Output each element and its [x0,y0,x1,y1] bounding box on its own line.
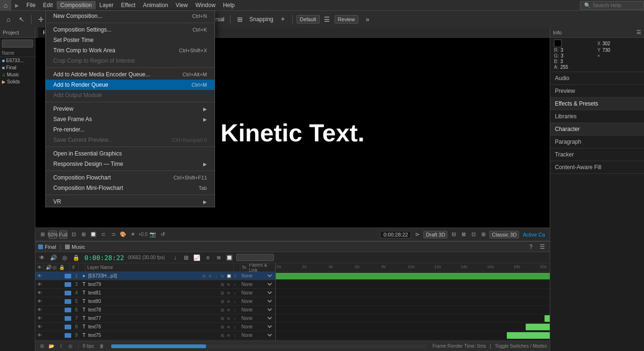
timeline-tab-music[interactable]: Music [65,244,85,250]
tl-search-input[interactable] [236,254,274,261]
menu-composition[interactable]: Composition [57,1,96,9]
workspace-menu[interactable]: ☰ [322,14,333,25]
snapping-icon[interactable]: ⊞ [234,14,246,25]
review-dropdown[interactable]: Review [335,15,358,24]
menu-responsive-design[interactable]: Responsive Design — Time ▶ [46,159,215,169]
layer-motion-4[interactable]: ≋ [226,307,231,313]
comp-icon-toggle-2[interactable]: ⊞ [79,230,88,239]
menu-vr[interactable]: VR ▶ [46,196,215,207]
tl-pre-comp[interactable]: ⊞ [182,253,191,262]
layer-switch-4[interactable]: ⊞ [220,307,225,313]
comp-view-4[interactable]: ⊞ [479,230,487,239]
layer-row-7[interactable]: 👁 9 T text75 ⊞ ≋ ↕ [35,331,275,340]
layer-adjust-7[interactable]: ↕ [232,333,238,338]
comp-icon-toggle-3[interactable]: 🔲 [89,230,98,239]
layer-switch-3[interactable]: ⊞ [220,299,225,304]
layer-parent-6[interactable]: None [238,324,275,330]
layer-vis-4[interactable]: 👁 [35,307,44,312]
project-item-3[interactable]: ▶ Solids [0,78,35,85]
project-item-1[interactable]: ■ Final [0,64,35,71]
menu-save-frame[interactable]: Save Frame As ▶ [46,114,215,124]
layer-adjust-5[interactable]: ↕ [232,316,238,321]
right-section-paragraph[interactable]: Paragraph [550,136,644,148]
comp-view-2[interactable]: ⊠ [459,230,468,239]
tl-audio-toggle[interactable]: 🔊 [49,253,58,262]
comp-icon-toggle-1[interactable]: ⊡ [69,230,78,239]
right-section-character[interactable]: Character [550,123,644,136]
search-help-input[interactable] [593,2,640,8]
menu-file[interactable]: File [23,1,39,9]
status-waveform[interactable]: ⌇ [57,343,65,350]
comp-icon-toggle-6[interactable]: 🎨 [119,230,127,239]
menu-view[interactable]: View [172,1,192,9]
comp-camera-icon[interactable]: 📷 [149,230,157,239]
menu-new-composition[interactable]: New Composition... Ctrl+N [46,11,215,21]
tl-solo-toggle[interactable]: ◎ [60,253,69,262]
menu-add-encoder[interactable]: Add to Adobe Media Encoder Queue... Ctrl… [46,69,215,80]
menu-mini-flowchart[interactable]: Composition Mini-Flowchart Tab [46,183,215,193]
layer-row-2[interactable]: 👁 4 T text81 ⊞ ≋ ↕ [35,289,275,297]
search-help-box[interactable]: 🔍 [580,1,644,10]
layer-parent-2[interactable]: None [238,290,275,296]
comp-icon-toggle-4[interactable]: ⊂ [99,230,107,239]
comp-expand-icon[interactable]: ⊞ [38,230,47,239]
layer-adjust-3[interactable]: ↕ [232,299,238,304]
menu-layer[interactable]: Layer [96,1,117,9]
right-section-effects-presets[interactable]: Effects & Presets [550,98,644,110]
layer-time-0[interactable]: ⏱ [232,273,238,279]
menu-window[interactable]: Window [191,1,219,9]
layer-motion-5[interactable]: ≋ [226,316,231,321]
layer-3d-0[interactable]: 🔲 [226,273,231,279]
project-item-2[interactable]: ♫ Music [0,71,35,78]
app-icon[interactable]: ▶ [11,0,23,11]
layer-vis-0[interactable]: 👁 [35,273,44,278]
layer-adjust-1[interactable]: ↕ [232,282,238,287]
expand-icon[interactable]: » [362,14,373,25]
layer-vis-3[interactable]: 👁 [35,299,44,304]
menu-set-poster[interactable]: Set Poster Time [46,35,215,45]
timeline-tab-final[interactable]: Final [38,244,56,250]
toggle-switches-modes[interactable]: Toggle Switches / Modes [495,343,547,349]
comp-zoom-dropdown[interactable]: 50% [49,230,57,239]
layer-vis-6[interactable]: 👁 [35,324,44,329]
layer-row-1[interactable]: 👁 3 T text79 ⊞ ≋ ↕ [35,280,275,289]
layer-parent-7[interactable]: None [238,332,275,338]
right-section-content-aware[interactable]: Content-Aware Fill [550,161,644,174]
layer-adjust-2[interactable]: ↕ [232,290,238,296]
project-item-0[interactable]: ■ E6733... [0,57,35,64]
layer-motion-2[interactable]: ≋ [226,290,231,296]
layer-row-6[interactable]: 👁 8 T text76 ⊞ ≋ ↕ [35,323,275,331]
layer-fx-0[interactable]: fx [220,273,225,279]
info-menu-icon[interactable]: ☰ [636,29,641,35]
menu-preview[interactable]: Preview ▶ [46,104,215,114]
comp-3d-dropdown[interactable]: Classic 3D [489,231,519,238]
tl-help-icon[interactable]: ? [526,242,536,252]
status-new-comp[interactable]: ⊞ [38,343,46,350]
comp-view-3[interactable]: ⊡ [469,230,478,239]
layer-parent-3[interactable]: None [238,298,275,304]
tl-vis-toggle[interactable]: 👁 [37,253,47,262]
tl-timecode[interactable]: 0:00:28:22 [83,254,126,261]
layer-adjust-0[interactable]: ↕ [214,273,219,279]
layer-motion-1[interactable]: ≋ [226,282,231,287]
right-section-preview[interactable]: Preview [550,85,644,98]
snapping-label[interactable]: Snapping [248,16,275,23]
layer-switch-5[interactable]: ⊞ [220,316,225,321]
trash-btn[interactable]: 🗑 [98,343,106,350]
tl-close-icon[interactable]: ☰ [537,242,547,252]
snapping-arrow[interactable]: ⌖ [277,14,289,25]
right-section-libraries[interactable]: Libraries [550,110,644,123]
layer-vis-7[interactable]: 👁 [35,333,44,338]
right-section-tracker[interactable]: Tracker [550,148,644,161]
layer-adjust-4[interactable]: ↕ [232,307,238,313]
workspace-dropdown[interactable]: Default [297,15,320,24]
home-icon[interactable]: ⌂ [0,0,11,11]
status-folder[interactable]: 📂 [48,343,55,350]
menu-edit[interactable]: Edit [39,1,57,9]
menu-add-render[interactable]: Add to Render Queue Ctrl+M [46,80,215,90]
menu-effect[interactable]: Effect [117,1,139,9]
comp-prev-icon[interactable]: ⊳ [413,230,421,239]
layer-switch-1[interactable]: ⊞ [220,282,225,287]
status-solo-all[interactable]: ◎ [66,343,74,350]
layer-vis-5[interactable]: 👁 [35,316,44,321]
